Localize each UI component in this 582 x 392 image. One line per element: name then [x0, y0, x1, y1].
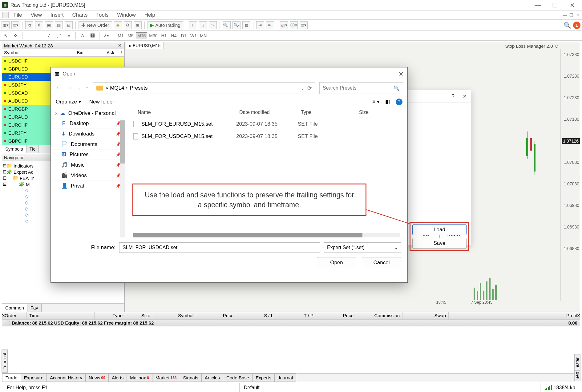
mdi-minimize-icon[interactable]: — [563, 13, 567, 18]
menu-insert[interactable]: Insert [47, 11, 67, 19]
text-label-icon[interactable]: 🆃 [88, 32, 96, 40]
quick-access-desktop[interactable]: 🖥Desktop📌 [51, 119, 125, 129]
preview-pane-icon[interactable]: ◧ [385, 99, 390, 105]
quick-access-music[interactable]: 🎵Music📌 [51, 160, 125, 170]
terminal-col[interactable]: Type [95, 312, 125, 319]
open-button[interactable]: Open [317, 257, 356, 268]
refresh-icon[interactable]: ⟳ [307, 85, 312, 91]
zoom-out-icon[interactable]: 🔍- [232, 21, 240, 29]
tile-windows-icon[interactable]: ▦ [242, 21, 250, 29]
search-icon[interactable]: 🔍 [563, 21, 571, 29]
connection-status[interactable]: 1838/4 kb [540, 383, 580, 392]
options-button[interactable]: ⚙ [124, 21, 132, 29]
chart-bar-icon[interactable]: ⫯ [189, 21, 197, 29]
new-order-button[interactable]: ✚New Order [79, 21, 112, 29]
timeframe-H1[interactable]: H1 [159, 32, 168, 39]
terminal-col[interactable]: Price [316, 312, 356, 319]
file-row[interactable]: SLM_FOR_USDCAD_M15.set2023-09-07 18:35SE… [125, 130, 407, 143]
terminal-tab-signals[interactable]: Signals [180, 374, 202, 382]
terminal-tab-mailbox[interactable]: Mailbox 6 [127, 374, 152, 382]
terminal-col[interactable]: Order [2, 312, 27, 319]
tab-ticks[interactable]: Tic [26, 145, 39, 153]
market-watch-toggle[interactable]: ⧉ [25, 21, 33, 29]
quick-access-downloads[interactable]: ⬇Downloads📌 [51, 129, 125, 139]
crosshair-icon[interactable]: ✛ [11, 32, 19, 40]
templates-button[interactable]: ▤▾ [300, 21, 308, 29]
menu-help[interactable]: Help [141, 11, 159, 19]
data-window-toggle[interactable]: ✥ [35, 21, 43, 29]
terminal-col[interactable]: Profit [449, 312, 580, 319]
address-bar[interactable]: « MQL4 › Presets ⌄ ⟳ [93, 82, 315, 94]
horizontal-scrollbar[interactable] [133, 233, 400, 237]
autotrading-button[interactable]: ▶AutoTrading [148, 21, 183, 29]
market-watch-close-icon[interactable]: ✕ [118, 43, 122, 48]
new-folder-button[interactable]: New folder [89, 99, 114, 105]
quick-access-videos[interactable]: 🎬Videos📌 [51, 170, 125, 181]
tester-close-icon[interactable]: ✕ [577, 313, 580, 318]
auto-scroll-icon[interactable]: ⇥ [256, 21, 264, 29]
chart-shift-icon[interactable]: ⇤ [266, 21, 274, 29]
equidistant-icon[interactable]: ⋰ [55, 32, 63, 40]
timeframe-W1[interactable]: W1 [189, 32, 198, 39]
menu-charts[interactable]: Charts [68, 11, 91, 19]
terminal-col[interactable]: Price [196, 312, 236, 319]
vline-icon[interactable]: │ [25, 32, 33, 40]
terminal-tab-exposure[interactable]: Exposure [21, 374, 47, 382]
chart-line-icon[interactable]: 〜 [209, 21, 217, 29]
file-type-filter[interactable]: Expert Set (*.set)⌄ [324, 242, 401, 253]
terminal-col[interactable]: T / P [276, 312, 316, 319]
zoom-in-icon[interactable]: 🔍+ [223, 21, 231, 29]
terminal-tab-account-history[interactable]: Account History [46, 374, 86, 382]
profiles-button[interactable]: ▤▾ [11, 21, 19, 29]
indicators-button[interactable]: 📊▾ [280, 21, 288, 29]
terminal-tab-code-base[interactable]: Code Base [223, 374, 253, 382]
timeframe-M30[interactable]: M30 [148, 32, 159, 39]
terminal-close-icon[interactable]: ✕ [2, 313, 5, 318]
menu-tools[interactable]: Tools [93, 11, 112, 19]
file-list[interactable]: Name Date modified Type Size SLM_FOR_EUR… [125, 108, 407, 237]
terminal-col[interactable]: Commission [356, 312, 402, 319]
arrows-icon[interactable]: ↗▾ [102, 32, 110, 40]
cursor-icon[interactable]: ↖ [2, 32, 10, 40]
terminal-tab-journal[interactable]: Journal [274, 374, 296, 382]
hline-icon[interactable]: — [35, 32, 43, 40]
timeframe-M5[interactable]: M5 [126, 32, 135, 39]
quick-access-privat[interactable]: 👤Privat📌 [51, 181, 125, 191]
nav-recent-icon[interactable]: ⌄ [77, 86, 81, 91]
maximize-button[interactable]: ☐ [551, 2, 559, 9]
periods-button[interactable]: 🕓▾ [290, 21, 298, 29]
view-mode-icon[interactable]: ≡ ▾ [372, 99, 380, 105]
terminal-tab-news[interactable]: News 99 [85, 374, 109, 382]
terminal-col[interactable]: S / L [236, 312, 276, 319]
tab-symbols[interactable]: Symbols [2, 145, 26, 153]
organize-menu[interactable]: Organize ▾ [56, 99, 81, 105]
file-name-input[interactable] [119, 242, 320, 253]
dialog-close-icon[interactable]: ✕ [463, 93, 467, 99]
cancel-button[interactable]: Cancel [362, 257, 401, 268]
quick-access-documents[interactable]: 📄Documents📌 [51, 139, 125, 150]
terminal-col[interactable]: Symbol [153, 312, 196, 319]
nav-forward-icon[interactable]: → [66, 84, 73, 92]
fullscreen-button[interactable]: ◉ [134, 21, 142, 29]
search-input[interactable]: Search Presets 🔍 [319, 82, 403, 94]
tab-common[interactable]: Common [2, 304, 27, 312]
menu-file[interactable]: File [10, 11, 26, 19]
status-profile[interactable]: Default [240, 383, 540, 392]
text-icon[interactable]: A [79, 32, 87, 40]
menu-window[interactable]: Window [113, 11, 139, 19]
terminal-toggle[interactable]: ▥ [55, 21, 63, 29]
tester-side-label[interactable]: Tester [574, 354, 580, 373]
trendline-icon[interactable]: ╱ [45, 32, 53, 40]
terminal-col[interactable]: Size [125, 312, 153, 319]
timeframe-M15[interactable]: M15 [136, 32, 147, 39]
quick-access-pictures[interactable]: 🖼Pictures📌 [51, 150, 125, 160]
settings-side-label[interactable]: Sett [574, 370, 580, 381]
dialog-help-icon[interactable]: ? [452, 94, 455, 99]
terminal-tab-experts[interactable]: Experts [252, 374, 275, 382]
nav-back-icon[interactable]: ← [55, 84, 62, 92]
symbol-row-USDCHF[interactable]: ◆USDCHF [2, 57, 124, 65]
mdi-system-icon[interactable] [2, 12, 9, 18]
new-chart-button[interactable]: ▦▾ [2, 21, 10, 29]
load-button[interactable]: Load [412, 224, 467, 235]
timeframe-H4[interactable]: H4 [169, 32, 178, 39]
